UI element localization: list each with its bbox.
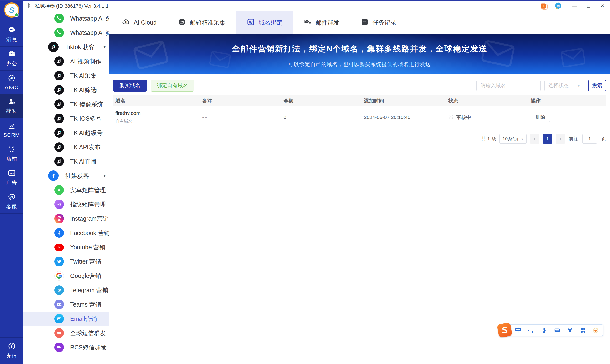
translate-icon[interactable]: T [540,2,548,10]
delete-button[interactable]: 删除 [531,113,550,122]
chevron-down-icon: ▾ [104,45,106,50]
menu-item[interactable]: Google营销 [23,269,109,283]
rail-item-aigc[interactable]: AI AIGC [0,71,23,94]
rail-item-scrm[interactable]: SCRM [0,118,23,142]
tab-label: 邮箱精准采集 [190,19,225,26]
menu-item[interactable]: Telegram 营销 [23,283,109,297]
rail-item-shop[interactable]: 店铺 [0,142,23,166]
cell-domain: firethy.com 自有域名 [113,110,200,124]
menu-item[interactable]: 指纹矩阵管理 [23,197,109,211]
cell-note: - - [200,114,281,120]
menu-item[interactable]: TK AI采集 [23,68,109,83]
rail-item-office[interactable]: 办公 [0,47,23,71]
cell-action: 删除 [528,113,606,122]
ime-emoji-icon[interactable] [593,327,599,334]
ime-toolbox-icon[interactable] [580,327,586,334]
email-icon [54,314,64,324]
facebook-icon [54,228,64,238]
menu-item[interactable]: TK AI直播 [23,154,109,169]
menu-item[interactable]: TK IOS多号 [23,111,109,126]
menu-item[interactable]: Instagram营销 [23,211,109,226]
svg-text:AI: AI [10,77,13,80]
menu-item[interactable]: Whatsapp AI 筛选 [23,26,109,40]
ime-punctuation-icon[interactable]: ·， [528,326,535,334]
sogou-logo-icon[interactable]: S [497,323,513,338]
tab-task-log[interactable]: 任务记录 [350,11,407,34]
menu-item-label: Facebook 营销 [70,229,109,237]
menu-item-label: TK AI直播 [70,157,97,165]
status-select[interactable]: 选择状态 ∨ [545,80,584,91]
menu-item[interactable]: Twitter 营销 [23,254,109,269]
menu-item[interactable]: Tiktok 获客 ▾ [23,40,109,54]
rail-item-messages[interactable]: 消息 [0,23,23,47]
goto-page-input[interactable] [582,134,597,143]
rail-item-label: 获客 [6,108,17,115]
ai-assistant-icon[interactable]: Ai [554,2,562,10]
menu-item[interactable]: T Teams 营销 [23,297,109,312]
telegram-icon [54,285,64,295]
close-button[interactable]: ✕ [596,1,609,11]
ime-toolbar: S 中 ·， [500,325,603,336]
tab-mail-collect[interactable]: 邮箱精准采集 [167,11,236,34]
menu-item[interactable]: Email营销 [23,312,109,326]
menu-item[interactable]: TK API发布 [23,140,109,154]
page-1-button[interactable]: 1 [543,134,552,143]
domain-search-input[interactable] [476,80,541,91]
cart-icon [8,145,16,153]
menu-item-label: Teams 营销 [70,300,101,309]
menu-item[interactable]: RCS短信群发 [23,340,109,354]
bind-own-domain-button[interactable]: 绑定自有域名 [151,80,194,91]
ime-skin-icon[interactable] [567,327,573,334]
w-square-icon: W [247,18,255,28]
coin-yen-icon [8,342,16,350]
ime-microphone-icon[interactable] [541,327,547,334]
menu-item[interactable]: AI 视频制作 [23,54,109,68]
maximize-button[interactable]: □ [582,1,595,11]
chevron-down-icon: ∨ [521,137,523,140]
rcs-icon [54,343,64,352]
rail-item-label: AIGC [5,84,19,91]
menu-item[interactable]: 社媒获客 ▾ [23,169,109,183]
search-button[interactable]: 搜索 [588,80,606,91]
rail-item-acquire[interactable]: 获客 [0,94,23,118]
titlebar: 私域神器 (ID-386176) Ver 3.4.1.1 T Ai — □ ✕ [23,1,610,11]
rail-item-label: 广告 [6,179,17,186]
chevron-down-icon: ▾ [104,173,106,178]
menu-item[interactable]: Youtube 营销 [23,240,109,254]
minimize-button[interactable]: — [569,1,581,11]
column-header: 添加时间 [362,97,446,104]
buy-domain-button[interactable]: 购买域名 [113,80,147,91]
menu-item[interactable]: Whatsapp AI 裂变 [23,11,109,26]
rail-item-label: 店铺 [6,156,17,163]
tiktok-icon [54,71,64,80]
toolbar: 购买域名 绑定自有域名 选择状态 ∨ 搜索 [113,80,606,91]
menu-item[interactable]: TK AI筛选 [23,83,109,97]
ime-chinese-mode-icon[interactable]: 中 [515,326,521,334]
tab-label: 邮件群发 [316,19,339,26]
menu-item[interactable]: TK AI超级号 [23,126,109,140]
menu-item-label: RCS短信群发 [70,343,106,351]
briefcase-icon [8,50,16,58]
domain-table: 域名备注金额添加时间状态操作 firethy.com 自有域名 - - 0 20… [113,95,606,128]
tab-domain-bind[interactable]: W 域名绑定 [236,11,293,34]
tab-mail-bulk[interactable]: 邮件群发 [293,11,350,34]
ime-keyboard-icon[interactable] [554,327,560,334]
menu-item[interactable]: TK 镜像系统 [23,97,109,111]
menu-item[interactable]: Facebook 营销 [23,226,109,240]
rail-item-support[interactable]: AI 客服 [0,190,23,214]
column-header: 备注 [200,97,281,104]
menu-item[interactable]: 安卓矩阵管理 [23,183,109,197]
next-page-button[interactable]: › [556,134,565,143]
ads-window-icon: ADS [8,169,16,177]
app-logo-letter: S [9,5,14,15]
app-title: 私域神器 (ID-386176) Ver 3.4.1.1 [35,3,108,9]
menu-item[interactable]: 全球短信群发 [23,326,109,340]
page-size-select[interactable]: 10条/页 ∨ [499,134,527,143]
rail-item-recharge[interactable]: 充值 [0,337,23,364]
prev-page-button[interactable]: ‹ [530,134,539,143]
tab-ai-cloud[interactable]: AI AI Cloud [111,11,167,34]
rail-item-ads[interactable]: ADS 广告 [0,166,23,190]
app-logo: S [4,2,19,18]
banner-subtitle: 可以绑定自己的域名，也可以购买系统提供的域名进行发送 [109,61,610,68]
instagram-icon [54,214,64,223]
